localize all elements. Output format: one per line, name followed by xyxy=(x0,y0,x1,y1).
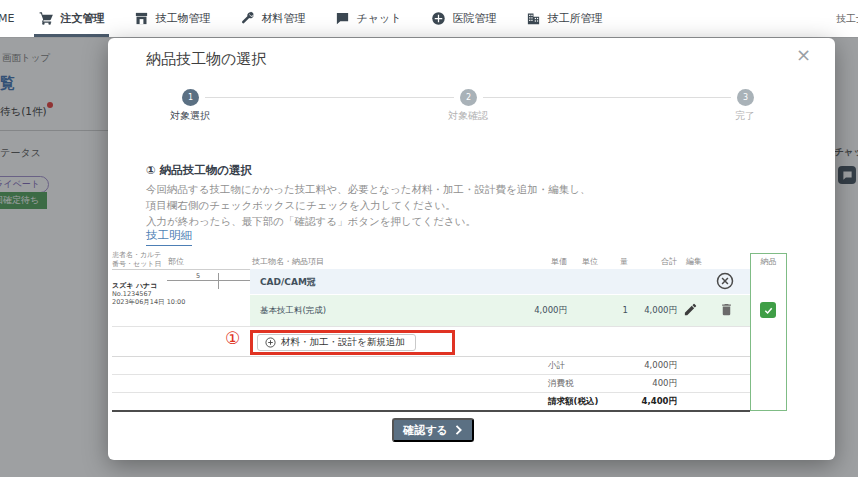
tooth-chart-vertical-line xyxy=(218,273,219,289)
instruction-line: 項目欄右側のチェックボックスにチェックを入力してください。 xyxy=(146,197,590,213)
step-1-circle: 1 xyxy=(182,89,199,106)
step-connector xyxy=(483,97,731,98)
instruction-line: 今回納品する技工物にかかった技工料や、必要となった材料・加工・設計費を追加・編集… xyxy=(146,181,590,197)
tooth-chart-horizontal-line xyxy=(167,280,250,281)
step-2-label: 対象確認 xyxy=(423,109,513,123)
step-3-circle: 3 xyxy=(737,89,754,106)
top-nav: ME 注文管理 技工物管理 材料管理 チャット 医院管理 技工所管理 技工士 xyxy=(0,0,858,38)
annotation-number: ① xyxy=(225,330,240,347)
nav-chat[interactable]: チャット xyxy=(320,0,416,37)
nav-item-label: チャット xyxy=(356,11,401,26)
row-divider xyxy=(112,326,750,327)
modal-title: 納品技工物の選択 xyxy=(146,50,266,69)
step-1-label: 対象選択 xyxy=(145,109,235,123)
delivery-selection-modal: 納品技工物の選択 × 1 2 3 対象選択 対象確認 完了 ① 納品技工物の選択… xyxy=(108,38,835,460)
col-header-edit: 編集 xyxy=(679,256,709,267)
wrench-icon xyxy=(240,11,255,26)
step-connector xyxy=(205,97,454,98)
tax-value: 400円 xyxy=(607,378,677,390)
nav-user-label: 技工士 xyxy=(836,12,858,26)
step-3-label: 完了 xyxy=(700,109,790,123)
row-divider xyxy=(112,392,750,393)
instruction-line: 入力が終わったら、最下部の「確認する」ボタンを押してください。 xyxy=(146,213,590,229)
cart-icon xyxy=(39,11,54,26)
delivery-checkbox[interactable] xyxy=(760,302,776,318)
col-header-total: 合計 xyxy=(637,256,677,267)
building-icon xyxy=(526,11,541,26)
billed-amount-value: 4,400円 xyxy=(607,396,677,408)
chevron-right-icon xyxy=(455,425,463,435)
fee-total: 4,000円 xyxy=(627,305,677,317)
delivery-column-box xyxy=(750,253,787,411)
col-header-patient: 患者名・カルテ番号・セット日 xyxy=(112,251,166,268)
check-icon xyxy=(763,305,774,316)
patient-cell: スズキ ハナコ No.1234567 2023年06月14日 10:00 xyxy=(112,282,202,306)
product-name: CAD/CAM冠 xyxy=(260,276,316,289)
section-heading: ① 納品技工物の選択 xyxy=(146,163,252,178)
nav-user-menu[interactable]: 技工士 xyxy=(836,0,858,37)
subtotal-value: 4,000円 xyxy=(607,360,677,372)
tooth-number: 5 xyxy=(192,272,204,280)
labwork-detail-link[interactable]: 技工明細 xyxy=(146,228,192,246)
confirm-button[interactable]: 確認する xyxy=(392,418,474,442)
nav-lab-management[interactable]: 技工所管理 xyxy=(511,0,617,37)
instructions: 今回納品する技工物にかかった技工料や、必要となった材料・加工・設計費を追加・編集… xyxy=(146,181,590,229)
store-icon xyxy=(134,11,149,26)
col-header-delivery-front: 納品 xyxy=(750,256,787,267)
table-bottom-border xyxy=(112,410,750,412)
nav-material-management[interactable]: 材料管理 xyxy=(225,0,320,37)
patient-chart-no: No.1234567 xyxy=(112,290,202,298)
clinic-icon xyxy=(431,11,446,26)
confirm-button-label: 確認する xyxy=(403,423,448,438)
fee-quantity: 1 xyxy=(603,305,628,315)
row-divider xyxy=(112,374,750,375)
step-2-circle: 2 xyxy=(460,89,477,106)
nav-order-management[interactable]: 注文管理 xyxy=(24,0,119,37)
row-divider xyxy=(112,356,750,357)
plus-circle-icon xyxy=(265,337,276,348)
col-header-position: 部位 xyxy=(168,256,184,267)
nav-clinic-management[interactable]: 医院管理 xyxy=(416,0,511,37)
nav-item-label: 技工物管理 xyxy=(155,11,210,26)
add-item-button[interactable]: 材料・加工・設計を新規追加 xyxy=(257,334,416,351)
delete-trash-icon[interactable] xyxy=(719,302,734,321)
nav-home-label: ME xyxy=(0,12,14,25)
fee-unit-price: 4,000円 xyxy=(507,305,567,317)
patient-name: スズキ ハナコ xyxy=(112,282,202,290)
screen: ME 注文管理 技工物管理 材料管理 チャット 医院管理 技工所管理 技工士 xyxy=(0,0,858,477)
product-row xyxy=(250,269,750,294)
close-icon[interactable]: × xyxy=(796,46,811,64)
nav-item-label: 医院管理 xyxy=(452,11,496,26)
col-header-unit-price: 単価 xyxy=(517,256,567,267)
nav-item-label: 材料管理 xyxy=(261,11,305,26)
nav-item-label: 注文管理 xyxy=(60,11,104,26)
nav-item-label: 技工所管理 xyxy=(547,11,602,26)
remove-product-icon[interactable] xyxy=(715,271,735,295)
chat-icon xyxy=(335,11,350,26)
col-header-quantity: 量 xyxy=(598,256,628,267)
col-header-item: 技工物名・納品項目 xyxy=(252,256,324,267)
patient-set-date: 2023年06月14日 10:00 xyxy=(112,298,202,306)
nav-home[interactable]: ME xyxy=(0,0,24,37)
nav-labwork-management[interactable]: 技工物管理 xyxy=(119,0,225,37)
add-item-button-label: 材料・加工・設計を新規追加 xyxy=(281,336,405,349)
fee-name: 基本技工料(完成) xyxy=(260,305,326,317)
edit-pencil-icon[interactable] xyxy=(683,302,698,321)
